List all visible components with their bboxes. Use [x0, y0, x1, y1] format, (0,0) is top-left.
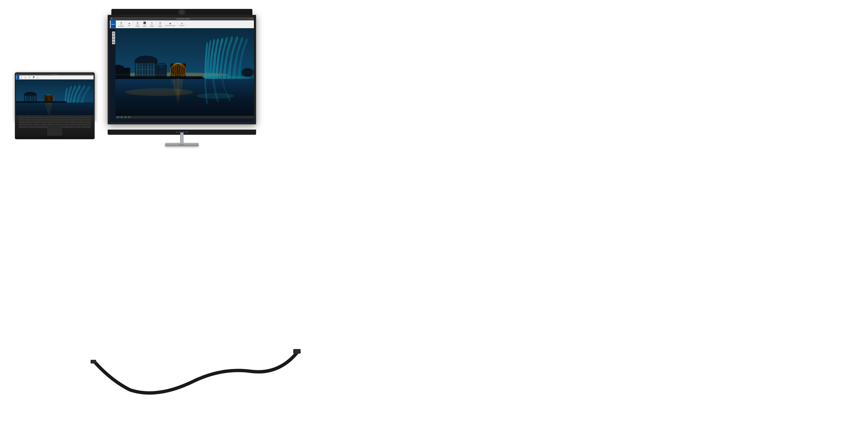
key[interactable]: [25, 119, 32, 121]
key[interactable]: [62, 121, 69, 123]
key[interactable]: [85, 119, 91, 121]
laptop-make-icon: ◈: [25, 76, 26, 78]
key[interactable]: [43, 117, 49, 118]
svg-rect-80: [293, 349, 301, 354]
key[interactable]: [19, 119, 25, 121]
svg-rect-26: [161, 64, 162, 65]
laptop-lid: 🔍 Architecture_Render − + ✕ R ⊞: [15, 72, 95, 121]
laptop-tab-insert[interactable]: ⊞ Insert: [19, 76, 23, 79]
key[interactable]: [67, 117, 73, 118]
svg-rect-81: [91, 360, 96, 363]
arch-building: [134, 56, 158, 79]
ribbon-tab-reference[interactable]: ◉ Reference Geometry: [164, 21, 177, 28]
statusbar-fast-forward[interactable]: [128, 116, 130, 118]
ribbon-tab-linear[interactable]: ||| LinearCompon.: [134, 21, 141, 28]
svg-rect-14: [136, 63, 138, 78]
key[interactable]: [19, 117, 24, 118]
laptop-start-icon: ⬛: [33, 76, 34, 78]
ctrl-key[interactable]: [19, 126, 28, 128]
make-icon: ◈: [128, 22, 130, 25]
maximize-button[interactable]: +: [250, 18, 251, 20]
shift-key[interactable]: [19, 124, 32, 126]
key[interactable]: [55, 117, 61, 118]
linear-components-icon: |||: [137, 22, 138, 24]
fn-key[interactable]: [29, 126, 35, 128]
search-icon[interactable]: 🔍: [111, 18, 113, 20]
svg-rect-18: [147, 63, 149, 78]
key[interactable]: [65, 119, 71, 121]
key[interactable]: [55, 121, 62, 123]
ribbon-tab-make[interactable]: ◈ Make: [126, 21, 132, 28]
toolbar-btn-1[interactable]: ≡: [113, 32, 115, 34]
start-component-icon: ⬛: [143, 22, 146, 24]
key[interactable]: [58, 119, 65, 121]
key[interactable]: [70, 124, 76, 126]
key[interactable]: [48, 124, 55, 126]
key[interactable]: [32, 119, 38, 121]
svg-point-6: [125, 88, 193, 96]
key[interactable]: [52, 119, 58, 121]
ribbon-tab-filter[interactable]: ⊞ FilterCompon.: [157, 21, 163, 28]
svg-rect-28: [160, 66, 160, 67]
key[interactable]: [33, 124, 40, 126]
laptop-maximize[interactable]: +: [91, 74, 92, 75]
laptop-close[interactable]: ✕: [92, 74, 93, 75]
key[interactable]: [69, 121, 76, 123]
laptop-touchpad[interactable]: [47, 126, 62, 136]
app-logo: RENDER: [111, 21, 116, 28]
key[interactable]: [62, 124, 69, 126]
key[interactable]: [37, 117, 42, 118]
key[interactable]: [31, 117, 36, 118]
ctrl-key-right[interactable]: [81, 126, 91, 128]
laptop-tab-start[interactable]: ⬛ Start: [32, 76, 36, 79]
key[interactable]: [85, 117, 91, 118]
key[interactable]: [77, 121, 84, 123]
ribbon-tab-start[interactable]: ⬛ StartCompon.: [141, 21, 148, 28]
reference-geometry-label: Reference Geometry: [165, 25, 175, 26]
key[interactable]: [84, 121, 91, 123]
alt-key[interactable]: [74, 126, 81, 128]
statusbar-next[interactable]: [124, 116, 127, 118]
dell-logo: DELL: [179, 144, 184, 146]
key[interactable]: [40, 121, 47, 123]
toolbar-btn-2[interactable]: ⊹: [113, 35, 115, 37]
key[interactable]: [25, 117, 30, 118]
statusbar-play[interactable]: [121, 116, 123, 118]
statusbar-prev[interactable]: [117, 116, 119, 118]
laptop-ribbon: R ⊞ Insert ◈ Make ||| Linear: [16, 76, 94, 80]
laptop-tab-make[interactable]: ◈ Make: [23, 76, 28, 79]
key[interactable]: [38, 119, 45, 121]
ribbon-tab-instant3d[interactable]: ◎ Instant 3D: [178, 21, 185, 28]
key[interactable]: [45, 119, 52, 121]
key[interactable]: [26, 121, 33, 123]
shift-key-right[interactable]: [77, 124, 91, 126]
key[interactable]: [19, 121, 25, 123]
svg-rect-53: [116, 74, 206, 75]
laptop-minimize[interactable]: −: [90, 74, 91, 75]
key[interactable]: [48, 121, 55, 123]
laptop-screen-content: 🔍 Architecture_Render − + ✕ R ⊞: [16, 73, 94, 120]
key[interactable]: [40, 124, 47, 126]
key[interactable]: [79, 117, 85, 118]
toolbar-btn-3[interactable]: ↩: [113, 38, 115, 40]
ribbon-separator-3: [177, 22, 178, 27]
ribbon-tab-insert[interactable]: ⊞ InsertComponents: [117, 21, 125, 28]
key[interactable]: [78, 119, 85, 121]
minimize-button[interactable]: −: [248, 18, 249, 20]
keyboard-row-2: [19, 119, 91, 121]
ribbon-tab-move[interactable]: ⊡ MoveCompon.: [149, 21, 155, 28]
key[interactable]: [73, 117, 79, 118]
svg-rect-19: [150, 63, 152, 78]
key[interactable]: [55, 124, 62, 126]
toolbar-btn-4[interactable]: ▦: [113, 41, 115, 43]
svg-rect-15: [138, 63, 141, 78]
filter-icon: ⊞: [159, 22, 161, 24]
key[interactable]: [71, 119, 78, 121]
key[interactable]: [61, 117, 67, 118]
key[interactable]: [33, 121, 40, 123]
close-button[interactable]: ✕: [251, 18, 253, 20]
laptop-tab-linear[interactable]: ||| Linear: [28, 76, 32, 79]
key[interactable]: [49, 117, 55, 118]
svg-rect-20: [153, 63, 155, 78]
laptop-tab-move[interactable]: ⊡ Move: [36, 76, 40, 79]
